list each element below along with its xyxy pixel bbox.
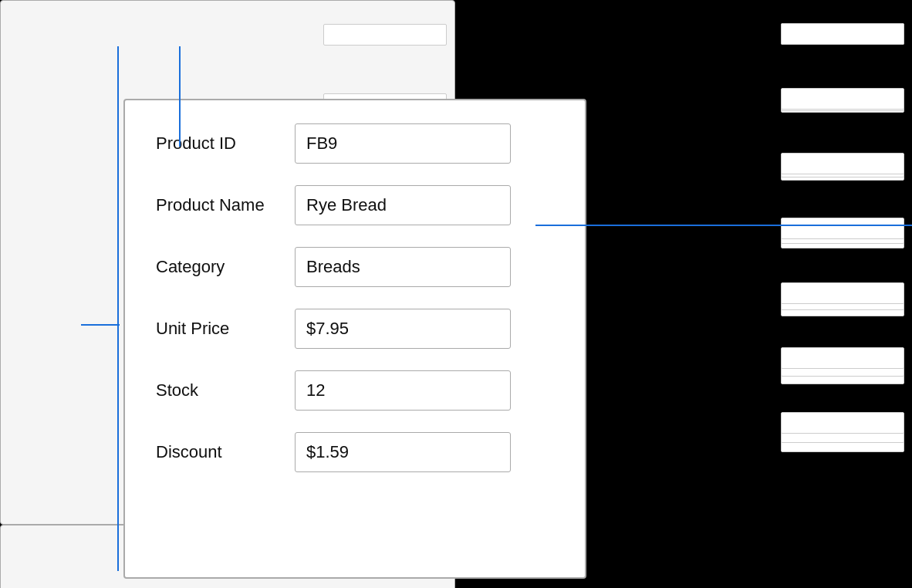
discount-label: Discount <box>156 442 295 462</box>
category-label: Category <box>156 257 295 277</box>
stock-label: Stock <box>156 380 295 400</box>
product-name-annotation-line <box>535 225 912 226</box>
unit-price-input[interactable] <box>295 309 511 349</box>
product-id-input[interactable] <box>295 123 511 164</box>
product-name-row: Product Name <box>156 185 554 225</box>
unit-price-label: Unit Price <box>156 319 295 339</box>
stock-input[interactable] <box>295 370 511 411</box>
stock-row: Stock <box>156 370 554 411</box>
main-form-card: Product ID Product Name Category Unit Pr… <box>123 99 586 579</box>
product-id-label: Product ID <box>156 133 295 154</box>
left-vertical-line <box>117 46 119 571</box>
category-row: Category <box>156 247 554 287</box>
top-vertical-line <box>179 46 181 147</box>
discount-input[interactable] <box>295 432 511 472</box>
unit-price-row: Unit Price <box>156 309 554 349</box>
product-id-row: Product ID <box>156 123 554 164</box>
product-name-input[interactable] <box>295 185 511 225</box>
discount-row: Discount <box>156 432 554 472</box>
product-name-label: Product Name <box>156 195 295 215</box>
left-middle-annotation-line <box>81 324 120 326</box>
category-input[interactable] <box>295 247 511 287</box>
